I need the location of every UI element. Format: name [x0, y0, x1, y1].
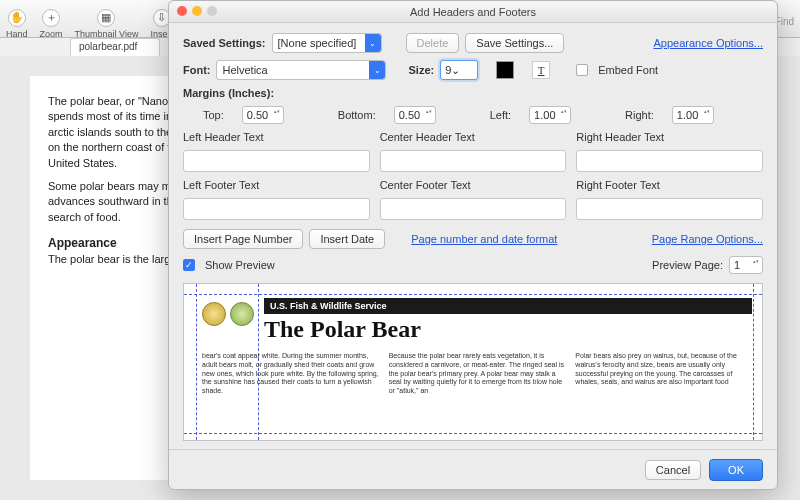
tool-zoom[interactable]: ＋Zoom: [40, 9, 63, 39]
insert-pn-label: Insert Page Number: [194, 233, 292, 245]
margin-top-value: 0.50: [247, 109, 268, 121]
save-settings-button[interactable]: Save Settings...: [465, 33, 564, 53]
embed-font-checkbox[interactable]: [576, 64, 588, 76]
margins-label: Margins (Inches):: [183, 87, 763, 99]
preview-col-2: Because the polar bear rarely eats veget…: [389, 352, 566, 436]
cancel-label: Cancel: [656, 464, 690, 476]
center-footer-input[interactable]: [380, 198, 567, 220]
margin-top-input[interactable]: 0.50▴▾: [242, 106, 284, 124]
dialog-footer: Cancel OK: [169, 449, 777, 489]
margin-top-label: Top:: [203, 109, 224, 121]
right-header-input[interactable]: [576, 150, 763, 172]
appearance-options-link[interactable]: Appearance Options...: [654, 37, 763, 49]
dialog-title: Add Headers and Footers: [410, 6, 536, 18]
dropdown-arrow-icon: ⌄: [451, 64, 460, 77]
show-preview-checkbox[interactable]: ✓: [183, 259, 195, 271]
font-color-swatch[interactable]: [496, 61, 514, 79]
preview-columns: bear's coat appear white. During the sum…: [202, 352, 752, 436]
left-footer-input[interactable]: [183, 198, 370, 220]
size-input[interactable]: 9 ⌄: [440, 60, 478, 80]
tab-polarbear[interactable]: polarbear.pdf: [70, 38, 160, 56]
saved-settings-select[interactable]: [None specified] ⌄: [272, 33, 382, 53]
right-footer-label: Right Footer Text: [576, 179, 763, 191]
margin-left-input[interactable]: 1.00▴▾: [529, 106, 571, 124]
delete-button-label: Delete: [417, 37, 449, 49]
page-range-link[interactable]: Page Range Options...: [652, 233, 763, 245]
preview-agency-bar: U.S. Fish & Wildlife Service: [264, 298, 752, 314]
underline-toggle[interactable]: T: [532, 61, 550, 79]
margin-left-value: 1.00: [534, 109, 555, 121]
cancel-button[interactable]: Cancel: [645, 460, 701, 480]
insert-page-number-button[interactable]: Insert Page Number: [183, 229, 303, 249]
stepper-icon[interactable]: ▴▾: [751, 258, 761, 274]
margin-guide: [753, 284, 754, 440]
right-header-label: Right Header Text: [576, 131, 763, 143]
preview-seals: [202, 302, 254, 326]
font-label: Font:: [183, 64, 210, 76]
tool-thumb-label: Thumbnail View: [75, 29, 139, 39]
size-label: Size:: [408, 64, 434, 76]
margin-guide: [196, 284, 197, 440]
headers-footers-dialog: Add Headers and Footers Saved Settings: …: [168, 0, 778, 490]
preview-page-input[interactable]: 1▴▾: [729, 256, 763, 274]
margin-right-input[interactable]: 1.00▴▾: [672, 106, 714, 124]
minimize-icon[interactable]: [192, 6, 202, 16]
document-tabs: polarbear.pdf: [70, 38, 160, 56]
preview-page-label: Preview Page:: [652, 259, 723, 271]
margin-guide: [184, 294, 762, 295]
stepper-icon[interactable]: ▴▾: [702, 108, 712, 124]
font-value: Helvetica: [222, 64, 267, 76]
margin-right-label: Right:: [625, 109, 654, 121]
delete-button: Delete: [406, 33, 460, 53]
ok-label: OK: [728, 464, 744, 476]
preview-page-value: 1: [734, 259, 740, 271]
right-footer-input[interactable]: [576, 198, 763, 220]
pn-date-format-link[interactable]: Page number and date format: [411, 233, 557, 245]
margin-bottom-input[interactable]: 0.50▴▾: [394, 106, 436, 124]
dialog-titlebar: Add Headers and Footers: [169, 1, 777, 23]
tool-hand[interactable]: ✋Hand: [6, 9, 28, 39]
stepper-icon[interactable]: ▴▾: [559, 108, 569, 124]
saved-settings-value: [None specified]: [278, 37, 357, 49]
center-footer-label: Center Footer Text: [380, 179, 567, 191]
dropdown-arrow-icon: ⌄: [369, 61, 385, 79]
font-select[interactable]: Helvetica ⌄: [216, 60, 386, 80]
zoom-icon: ＋: [42, 9, 60, 27]
ok-button[interactable]: OK: [709, 459, 763, 481]
margin-right-value: 1.00: [677, 109, 698, 121]
left-footer-label: Left Footer Text: [183, 179, 370, 191]
tool-hand-label: Hand: [6, 29, 28, 39]
show-preview-label: Show Preview: [205, 259, 275, 271]
insert-date-button[interactable]: Insert Date: [309, 229, 385, 249]
margin-bottom-label: Bottom:: [338, 109, 376, 121]
left-header-input[interactable]: [183, 150, 370, 172]
preview-agency-text: U.S. Fish & Wildlife Service: [270, 301, 386, 311]
maximize-icon: [207, 6, 217, 16]
stepper-icon[interactable]: ▴▾: [272, 108, 282, 124]
preview-pane: U.S. Fish & Wildlife Service The Polar B…: [183, 283, 763, 441]
margin-left-label: Left:: [490, 109, 511, 121]
dropdown-arrow-icon: ⌄: [365, 34, 381, 52]
preview-doc-title: The Polar Bear: [264, 316, 421, 343]
embed-font-label: Embed Font: [598, 64, 658, 76]
close-icon[interactable]: [177, 6, 187, 16]
hand-icon: ✋: [8, 9, 26, 27]
preview-col-3: Polar bears also prey on walrus, but, be…: [575, 352, 752, 436]
tab-filename: polarbear.pdf: [79, 41, 137, 52]
seal-icon: [230, 302, 254, 326]
left-header-label: Left Header Text: [183, 131, 370, 143]
save-settings-label: Save Settings...: [476, 37, 553, 49]
saved-settings-label: Saved Settings:: [183, 37, 266, 49]
thumbnail-icon: ▦: [97, 9, 115, 27]
preview-col-1: bear's coat appear white. During the sum…: [202, 352, 379, 436]
tool-zoom-label: Zoom: [40, 29, 63, 39]
seal-icon: [202, 302, 226, 326]
tool-thumbnail[interactable]: ▦Thumbnail View: [75, 9, 139, 39]
window-controls: [177, 6, 217, 16]
insert-date-label: Insert Date: [320, 233, 374, 245]
center-header-input[interactable]: [380, 150, 567, 172]
stepper-icon[interactable]: ▴▾: [424, 108, 434, 124]
margin-bottom-value: 0.50: [399, 109, 420, 121]
center-header-label: Center Header Text: [380, 131, 567, 143]
